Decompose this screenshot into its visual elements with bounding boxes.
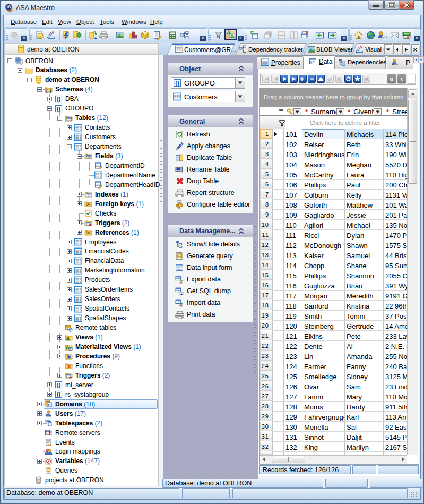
svg-text:{}: {} [175, 80, 179, 86]
svg-text:{..}: {..} [46, 88, 51, 93]
svg-text:iA: iA [6, 4, 11, 10]
svg-text:{}: {} [57, 96, 61, 102]
svg-text:{}: {} [57, 391, 61, 397]
svg-text:D: D [48, 403, 50, 407]
svg-text:{}: {} [57, 106, 61, 112]
svg-text:{}: {} [57, 382, 61, 388]
